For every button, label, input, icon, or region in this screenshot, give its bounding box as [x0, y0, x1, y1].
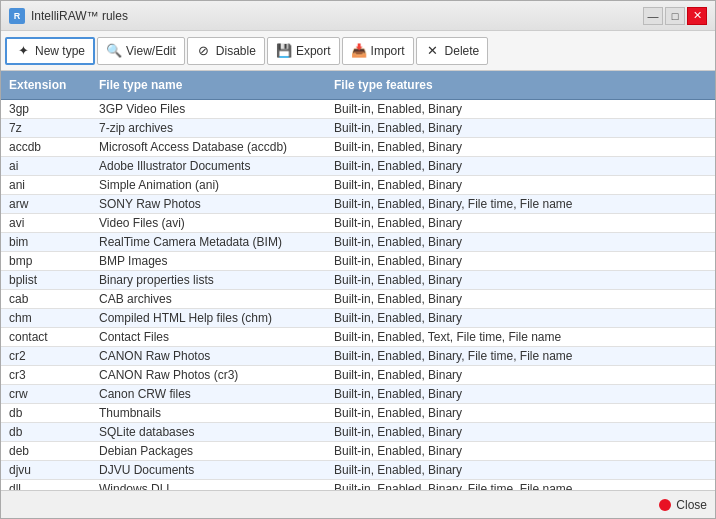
view-edit-button[interactable]: 🔍 View/Edit	[97, 37, 185, 65]
table-cell-0: avi	[1, 214, 91, 232]
header-file-type-name: File type name	[91, 76, 326, 94]
table-cell-2: Built-in, Enabled, Binary	[326, 290, 715, 308]
table-cell-2: Built-in, Enabled, Binary	[326, 271, 715, 289]
new-type-icon: ✦	[15, 43, 31, 59]
app-icon: R	[9, 8, 25, 24]
table-cell-0: contact	[1, 328, 91, 346]
table-cell-0: ani	[1, 176, 91, 194]
table-cell-0: djvu	[1, 461, 91, 479]
table-cell-1: Thumbnails	[91, 404, 326, 422]
table-cell-1: Canon CRW files	[91, 385, 326, 403]
table-cell-1: SONY Raw Photos	[91, 195, 326, 213]
table-cell-2: Built-in, Enabled, Binary	[326, 309, 715, 327]
window-close-button[interactable]: ✕	[687, 7, 707, 25]
table-cell-2: Built-in, Enabled, Binary	[326, 157, 715, 175]
toolbar: ✦ New type 🔍 View/Edit ⊘ Disable 💾 Expor…	[1, 31, 715, 71]
table-row[interactable]: cabCAB archivesBuilt-in, Enabled, Binary	[1, 290, 715, 309]
table-cell-2: Built-in, Enabled, Binary	[326, 366, 715, 384]
table-row[interactable]: dbSQLite databasesBuilt-in, Enabled, Bin…	[1, 423, 715, 442]
minimize-button[interactable]: —	[643, 7, 663, 25]
window-title: IntelliRAW™ rules	[31, 9, 128, 23]
view-edit-icon: 🔍	[106, 43, 122, 59]
table-cell-2: Built-in, Enabled, Binary	[326, 252, 715, 270]
file-type-table: Extension File type name File type featu…	[1, 71, 715, 490]
table-cell-2: Built-in, Enabled, Binary	[326, 119, 715, 137]
table-cell-0: bplist	[1, 271, 91, 289]
table-cell-1: RealTime Camera Metadata (BIM)	[91, 233, 326, 251]
main-window: R IntelliRAW™ rules — □ ✕ ✦ New type 🔍 V…	[0, 0, 716, 519]
table-cell-1: Windows DLL	[91, 480, 326, 490]
table-row[interactable]: aniSimple Animation (ani)Built-in, Enabl…	[1, 176, 715, 195]
table-cell-1: Adobe Illustrator Documents	[91, 157, 326, 175]
import-icon: 📥	[351, 43, 367, 59]
delete-icon: ✕	[425, 43, 441, 59]
table-cell-0: bim	[1, 233, 91, 251]
table-row[interactable]: bimRealTime Camera Metadata (BIM)Built-i…	[1, 233, 715, 252]
table-row[interactable]: djvuDJVU DocumentsBuilt-in, Enabled, Bin…	[1, 461, 715, 480]
table-cell-2: Built-in, Enabled, Binary	[326, 442, 715, 460]
table-row[interactable]: aviVideo Files (avi)Built-in, Enabled, B…	[1, 214, 715, 233]
table-cell-1: Microsoft Access Database (accdb)	[91, 138, 326, 156]
table-row[interactable]: bmpBMP ImagesBuilt-in, Enabled, Binary	[1, 252, 715, 271]
delete-button[interactable]: ✕ Delete	[416, 37, 489, 65]
table-row[interactable]: 3gp3GP Video FilesBuilt-in, Enabled, Bin…	[1, 100, 715, 119]
table-cell-0: crw	[1, 385, 91, 403]
table-cell-2: Built-in, Enabled, Binary	[326, 461, 715, 479]
table-cell-2: Built-in, Enabled, Binary	[326, 423, 715, 441]
table-row[interactable]: cr3CANON Raw Photos (cr3)Built-in, Enabl…	[1, 366, 715, 385]
disable-button[interactable]: ⊘ Disable	[187, 37, 265, 65]
table-row[interactable]: dbThumbnailsBuilt-in, Enabled, Binary	[1, 404, 715, 423]
table-cell-1: BMP Images	[91, 252, 326, 270]
table-body[interactable]: 3gp3GP Video FilesBuilt-in, Enabled, Bin…	[1, 100, 715, 490]
close-status-button[interactable]: Close	[659, 498, 707, 512]
table-cell-0: cr3	[1, 366, 91, 384]
table-cell-2: Built-in, Enabled, Binary	[326, 138, 715, 156]
table-cell-0: accdb	[1, 138, 91, 156]
table-cell-1: SQLite databases	[91, 423, 326, 441]
table-row[interactable]: aiAdobe Illustrator DocumentsBuilt-in, E…	[1, 157, 715, 176]
table-cell-0: db	[1, 423, 91, 441]
table-cell-2: Built-in, Enabled, Text, File time, File…	[326, 328, 715, 346]
table-row[interactable]: accdbMicrosoft Access Database (accdb)Bu…	[1, 138, 715, 157]
table-cell-2: Built-in, Enabled, Binary	[326, 100, 715, 118]
table-cell-1: Compiled HTML Help files (chm)	[91, 309, 326, 327]
table-cell-0: chm	[1, 309, 91, 327]
table-cell-0: db	[1, 404, 91, 422]
table-cell-0: cr2	[1, 347, 91, 365]
header-file-type-features: File type features	[326, 76, 715, 94]
table-cell-2: Built-in, Enabled, Binary	[326, 385, 715, 403]
new-type-button[interactable]: ✦ New type	[5, 37, 95, 65]
table-row[interactable]: chmCompiled HTML Help files (chm)Built-i…	[1, 309, 715, 328]
table-cell-2: Built-in, Enabled, Binary	[326, 404, 715, 422]
export-button[interactable]: 💾 Export	[267, 37, 340, 65]
table-row[interactable]: contactContact FilesBuilt-in, Enabled, T…	[1, 328, 715, 347]
maximize-button[interactable]: □	[665, 7, 685, 25]
table-row[interactable]: 7z7-zip archivesBuilt-in, Enabled, Binar…	[1, 119, 715, 138]
close-indicator-icon	[659, 499, 671, 511]
table-cell-2: Built-in, Enabled, Binary, File time, Fi…	[326, 480, 715, 490]
disable-icon: ⊘	[196, 43, 212, 59]
table-cell-0: 7z	[1, 119, 91, 137]
close-status-label: Close	[676, 498, 707, 512]
table-cell-2: Built-in, Enabled, Binary	[326, 176, 715, 194]
title-bar-controls: — □ ✕	[643, 7, 707, 25]
table-cell-2: Built-in, Enabled, Binary	[326, 233, 715, 251]
table-row[interactable]: dllWindows DLLBuilt-in, Enabled, Binary,…	[1, 480, 715, 490]
title-bar: R IntelliRAW™ rules — □ ✕	[1, 1, 715, 31]
table-cell-1: Contact Files	[91, 328, 326, 346]
table-cell-1: CAB archives	[91, 290, 326, 308]
import-button[interactable]: 📥 Import	[342, 37, 414, 65]
table-row[interactable]: cr2CANON Raw PhotosBuilt-in, Enabled, Bi…	[1, 347, 715, 366]
export-icon: 💾	[276, 43, 292, 59]
table-cell-1: CANON Raw Photos	[91, 347, 326, 365]
table-cell-2: Built-in, Enabled, Binary	[326, 214, 715, 232]
table-cell-1: DJVU Documents	[91, 461, 326, 479]
table-row[interactable]: bplistBinary properties listsBuilt-in, E…	[1, 271, 715, 290]
status-bar: Close	[1, 490, 715, 518]
table-row[interactable]: debDebian PackagesBuilt-in, Enabled, Bin…	[1, 442, 715, 461]
table-cell-1: 7-zip archives	[91, 119, 326, 137]
table-cell-1: CANON Raw Photos (cr3)	[91, 366, 326, 384]
table-row[interactable]: crwCanon CRW filesBuilt-in, Enabled, Bin…	[1, 385, 715, 404]
table-row[interactable]: arwSONY Raw PhotosBuilt-in, Enabled, Bin…	[1, 195, 715, 214]
table-cell-0: arw	[1, 195, 91, 213]
